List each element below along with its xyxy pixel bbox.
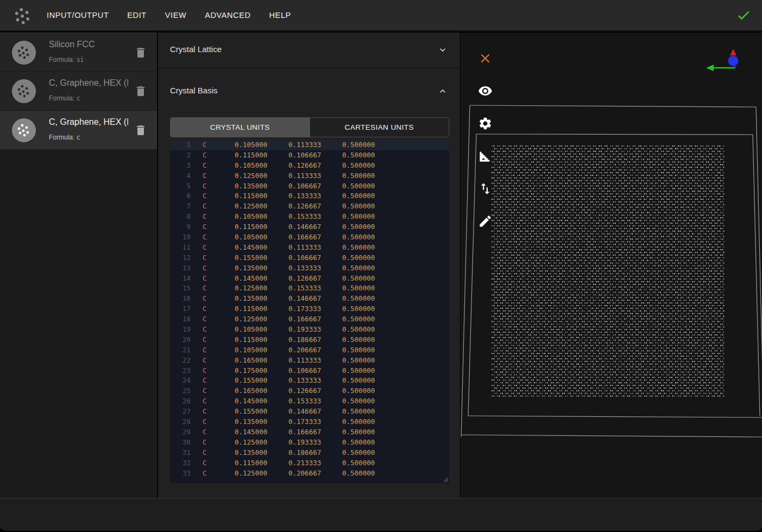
coord-x: 0.125000 [235, 201, 288, 212]
chevron-down-icon[interactable] [437, 45, 448, 55]
coord-x: 0.165000 [235, 386, 288, 396]
tab-crystal-units[interactable]: CRYSTAL UNITS [171, 118, 310, 137]
edit-pencil-icon[interactable] [478, 214, 493, 229]
coord-z: 0.500000 [342, 201, 396, 212]
coord-z: 0.500000 [342, 417, 396, 427]
delete-material-button[interactable] [134, 124, 147, 137]
editor-resize-grip[interactable] [443, 477, 449, 483]
menu-advanced[interactable]: ADVANCED [205, 11, 250, 20]
element-symbol: C [191, 366, 235, 376]
material-name: C, Graphene, HEX (P6/mmm) [49, 117, 128, 129]
coord-y: 0.186667 [288, 448, 342, 458]
delete-material-button[interactable] [134, 46, 147, 59]
coord-x: 0.165000 [235, 356, 288, 366]
crystal-basis-section-header[interactable]: Crystal Basis [158, 68, 460, 109]
structure-3d-viewer[interactable] [461, 33, 762, 498]
element-symbol: C [191, 212, 235, 222]
menu-help[interactable]: HELP [269, 11, 291, 20]
coord-z: 0.500000 [342, 356, 396, 366]
coord-x: 0.105000 [235, 232, 288, 243]
delete-material-button[interactable] [134, 85, 147, 98]
coord-y: 0.146667 [288, 222, 342, 232]
line-number: 31 [170, 448, 191, 458]
coord-x: 0.125000 [235, 171, 288, 181]
line-number: 29 [170, 427, 191, 438]
element-symbol: C [191, 222, 235, 232]
crystal-lattice-title: Crystal Lattice [170, 45, 222, 54]
coord-z: 0.500000 [342, 304, 396, 314]
material-item-graphene-1[interactable]: C, Graphene, HEX (P6/mmm) Formula: c [0, 72, 157, 111]
basis-row: 13C0.1350000.1333330.500000 [170, 263, 449, 274]
line-number: 2 [170, 150, 191, 161]
formula-label: Formula: [49, 56, 74, 64]
chevron-up-icon[interactable] [437, 86, 448, 97]
coord-y: 0.166667 [288, 427, 342, 438]
material-item-graphene-2-selected[interactable]: C, Graphene, HEX (P6/mmm) Formula: c [0, 111, 157, 150]
coord-y: 0.146667 [288, 407, 342, 417]
coord-x: 0.105000 [235, 161, 288, 171]
swap-vert-arrows-icon[interactable] [478, 181, 493, 196]
coord-y: 0.113333 [288, 356, 342, 366]
coord-z: 0.500000 [342, 438, 396, 448]
material-name: C, Graphene, HEX (P6/mmm) [49, 78, 128, 90]
line-number: 33 [170, 468, 191, 479]
axis-y-red [730, 49, 736, 55]
element-symbol: C [191, 171, 235, 181]
coord-y: 0.206667 [288, 345, 342, 356]
basis-row: 8C0.1050000.1533330.500000 [170, 212, 449, 222]
coord-x: 0.145000 [235, 243, 288, 253]
menu-view[interactable]: VIEW [165, 11, 186, 20]
basis-row: 29C0.1450000.1666670.500000 [170, 427, 449, 438]
menu-input-output[interactable]: INPUT/OUTPUT [47, 11, 109, 20]
coord-x: 0.145000 [235, 396, 288, 407]
coord-z: 0.500000 [342, 427, 396, 438]
basis-coordinates-editor[interactable]: 1C0.1050000.1133330.5000002C0.1150000.10… [170, 140, 449, 483]
coord-z: 0.500000 [342, 263, 396, 274]
element-symbol: C [191, 468, 235, 479]
tab-cartesian-units[interactable]: CARTESIAN UNITS [310, 118, 449, 137]
line-number: 25 [170, 386, 191, 396]
coord-x: 0.115000 [235, 304, 288, 314]
basis-row: 30C0.1250000.1933330.500000 [170, 438, 449, 448]
basis-row: 32C0.1150000.2133330.500000 [170, 458, 449, 468]
line-number: 32 [170, 458, 191, 468]
line-number: 9 [170, 222, 191, 232]
coord-z: 0.500000 [342, 314, 396, 325]
crystal-lattice-section-header[interactable]: Crystal Lattice [158, 33, 460, 68]
basis-row: 24C0.1550000.1333330.500000 [170, 376, 449, 386]
basis-row: 27C0.1550000.1466670.500000 [170, 407, 449, 417]
visibility-eye-icon[interactable] [478, 84, 493, 98]
coord-z: 0.500000 [342, 396, 396, 407]
coord-y: 0.213333 [288, 458, 342, 468]
settings-gear-icon[interactable] [478, 116, 493, 131]
coord-z: 0.500000 [342, 212, 396, 222]
basis-row: 4C0.1250000.1133330.500000 [170, 171, 449, 181]
formula-value: si [77, 56, 84, 64]
line-number: 30 [170, 438, 191, 448]
basis-row: 28C0.1350000.1733330.500000 [170, 417, 449, 427]
element-symbol: C [191, 407, 235, 417]
coord-z: 0.500000 [342, 448, 396, 458]
menu-edit[interactable]: EDIT [127, 11, 146, 20]
element-symbol: C [191, 161, 235, 171]
line-number: 28 [170, 417, 191, 427]
coord-x: 0.115000 [235, 222, 288, 232]
close-icon[interactable] [478, 51, 493, 66]
inspector-panel: Crystal Lattice Crystal Basis CRYSTAL UN… [158, 33, 460, 498]
element-symbol: C [191, 294, 235, 304]
confirm-check-icon[interactable] [736, 8, 751, 23]
measure-ruler-icon[interactable] [478, 149, 493, 163]
coord-x: 0.135000 [235, 294, 288, 304]
coord-z: 0.500000 [342, 283, 396, 294]
material-item-silicon-fcc[interactable]: Silicon FCC Formula: si [0, 33, 157, 72]
line-number: 1 [170, 140, 191, 150]
element-symbol: C [191, 314, 235, 325]
element-symbol: C [191, 386, 235, 396]
coord-y: 0.133333 [288, 376, 342, 386]
coord-x: 0.125000 [235, 314, 288, 325]
basis-row: 15C0.1250000.1533330.500000 [170, 283, 449, 294]
materials-designer-app: INPUT/OUTPUT EDIT VIEW ADVANCED HELP Sil… [0, 0, 762, 532]
line-number: 24 [170, 376, 191, 386]
element-symbol: C [191, 356, 235, 366]
coord-y: 0.133333 [288, 263, 342, 274]
